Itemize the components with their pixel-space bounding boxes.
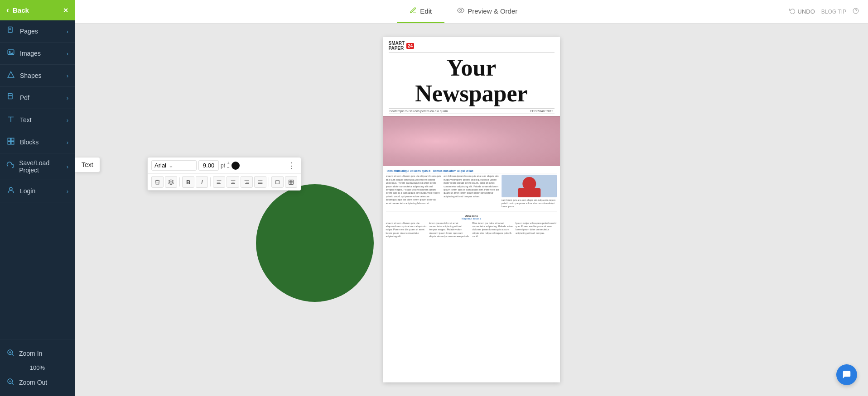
bottom-col-2[interactable]: lorem ipsum dolor sit amet consectetur a…	[429, 222, 471, 239]
sidebar-item-label: Pdf	[20, 94, 29, 101]
toolbar-font-row: Arial ⌄ 9.00 pt + − ⋮	[148, 157, 301, 174]
newspaper-title[interactable]: Your Newspaper	[389, 53, 555, 108]
toolbar-format-row: B I	[148, 174, 301, 190]
sidebar-item-save-load[interactable]: Save/Load Project ›	[0, 153, 75, 180]
bottom-col-3[interactable]: Dias lorem ips dolor sit amet consectetu…	[473, 222, 514, 239]
sidebar-item-images[interactable]: Images ›	[0, 43, 75, 65]
canvas-area[interactable]: Text Arial ⌄ 9.00 pt + − ⋮	[75, 24, 868, 396]
crop-button[interactable]	[271, 176, 284, 188]
footer-sub: Magnatur accas c	[386, 217, 557, 220]
zoom-percent-display: 100%	[0, 363, 75, 373]
font-family-value: Arial	[154, 162, 166, 169]
body-col-1[interactable]: si aum at sem ullatem quis ute aliquam l…	[386, 175, 442, 208]
topbar-right: UNDO BLOG TIP	[789, 8, 859, 15]
back-label: Back	[13, 6, 29, 14]
chevron-right-icon: ›	[67, 139, 68, 146]
tab-preview[interactable]: Preview & Order	[444, 0, 530, 23]
main-area: Edit Preview & Order UNDO BLOG TIP	[75, 0, 868, 396]
svg-rect-52	[518, 188, 540, 197]
edit-tab-label: Edit	[420, 7, 432, 15]
pdf-icon	[6, 93, 15, 103]
font-family-selector[interactable]: Arial ⌄	[151, 160, 197, 171]
undo-button[interactable]: UNDO	[789, 8, 815, 15]
color-picker[interactable]	[231, 162, 240, 170]
sidebar-item-blocks[interactable]: Blocks ›	[0, 131, 75, 153]
align-justify-button[interactable]	[254, 176, 266, 188]
zoom-out-icon	[6, 377, 14, 387]
footer-row: Upta cons Magnatur accas c	[386, 211, 557, 220]
zoom-in-button[interactable]: Zoom In	[0, 344, 75, 363]
subtitle-right: FEBRUAR 2019	[530, 110, 554, 113]
newspaper-body: loim atum aliqui ut laces quis d lidmus …	[383, 166, 560, 240]
svg-rect-38	[289, 180, 294, 184]
bold-icon: B	[186, 179, 190, 186]
body-col-2[interactable]: eic dolorem ipsum lorem quis at a sum al…	[444, 175, 499, 208]
font-size-steppers: + −	[227, 161, 230, 170]
chevron-right-icon: ›	[67, 28, 68, 35]
bottom-col-4[interactable]: Ipsum nulpa volorepere polorib uscid que…	[516, 222, 557, 239]
sidebar-item-login[interactable]: Login ›	[0, 180, 75, 202]
back-button[interactable]: ‹ Back ✕	[0, 0, 75, 20]
body-col-3: nam lorem quis at a sum aliquis sim nulp…	[502, 175, 557, 208]
font-size-decrease[interactable]: −	[227, 166, 230, 170]
svg-rect-6	[8, 94, 12, 99]
blocks-icon	[6, 137, 15, 147]
table-button[interactable]	[285, 176, 297, 188]
bottom-columns: si aum at sem ullatem quis ute aliquam l…	[386, 222, 557, 239]
italic-button[interactable]: I	[196, 176, 208, 188]
newspaper-header: SMARTPAPER 24 Your Newspaper Baatempe ro…	[383, 37, 560, 116]
toolbar-separator-3	[269, 177, 269, 186]
svg-marker-5	[8, 72, 14, 77]
zoom-in-icon	[6, 348, 14, 358]
delete-button[interactable]	[151, 176, 164, 188]
images-icon	[6, 48, 15, 58]
newspaper-subtitle-row: Baatempe roustu eos porem ea dia quam FE…	[389, 108, 555, 114]
svg-rect-12	[11, 142, 14, 144]
align-right-button[interactable]	[241, 176, 253, 188]
font-size-input[interactable]: 9.00	[198, 160, 219, 171]
login-icon	[6, 186, 15, 196]
chevron-right-icon: ›	[67, 72, 68, 79]
toolbar-separator-2	[210, 177, 211, 186]
align-left-button[interactable]	[213, 176, 225, 188]
more-options-button[interactable]: ⋮	[285, 161, 297, 171]
newspaper-main-image[interactable]	[383, 116, 560, 166]
align-center-button[interactable]	[227, 176, 239, 188]
close-icon[interactable]: ✕	[63, 7, 68, 14]
help-icon[interactable]	[853, 8, 859, 15]
smartpaper-logo: SMARTPAPER 24	[389, 41, 555, 51]
svg-line-15	[12, 354, 13, 355]
svg-rect-10	[11, 138, 14, 141]
cloud-icon	[6, 162, 14, 172]
chevron-right-icon: ›	[67, 188, 68, 195]
sidebar-item-shapes[interactable]: Shapes ›	[0, 65, 75, 87]
sidebar: ‹ Back ✕ Pages › Images › Shapes ›	[0, 0, 75, 396]
svg-point-21	[460, 10, 462, 11]
sidebar-item-text[interactable]: Text ›	[0, 109, 75, 131]
chevron-right-icon: ›	[67, 163, 68, 170]
svg-rect-11	[8, 142, 10, 144]
undo-label: UNDO	[798, 8, 815, 15]
sidebar-item-pdf[interactable]: Pdf ›	[0, 87, 75, 109]
layers-button[interactable]	[165, 176, 177, 188]
zoom-out-button[interactable]: Zoom Out	[0, 373, 75, 391]
body-col-3-text[interactable]: nam lorem quis at a sum aliquis sim nulp…	[502, 199, 557, 208]
sidebar-item-pages[interactable]: Pages ›	[0, 20, 75, 43]
svg-rect-37	[276, 180, 280, 184]
svg-marker-24	[169, 180, 174, 182]
chevron-down-icon: ⌄	[169, 162, 174, 169]
green-circle-overlay[interactable]	[256, 184, 374, 302]
sidebar-item-label: Blocks	[20, 138, 39, 146]
bottom-col-1[interactable]: si aum at sem ullatem quis ute aliquam l…	[386, 222, 428, 239]
font-size-increase[interactable]: +	[227, 161, 230, 166]
bold-button[interactable]: B	[182, 176, 194, 188]
chevron-right-icon: ›	[67, 95, 68, 101]
chevron-left-icon: ‹	[6, 5, 9, 15]
small-image	[502, 175, 557, 197]
sidebar-item-label: Text	[20, 116, 32, 124]
tab-edit[interactable]: Edit	[397, 0, 444, 23]
newspaper-page[interactable]: SMARTPAPER 24 Your Newspaper Baatempe ro…	[383, 37, 560, 382]
zoom-out-label: Zoom Out	[19, 379, 47, 386]
text-panel-label: Text	[75, 157, 100, 172]
chat-bubble-button[interactable]	[836, 364, 857, 385]
